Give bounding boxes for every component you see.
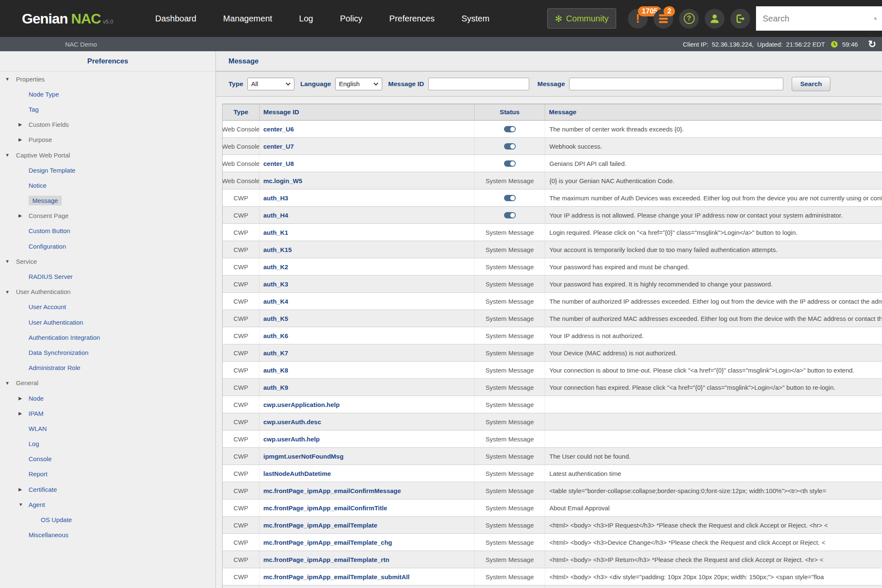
sidebar-item-miscellaneous[interactable]: Miscellaneous [29, 531, 68, 538]
expand-arrow-icon[interactable]: ▶ [18, 122, 22, 127]
expand-arrow-icon[interactable]: ▶ [18, 411, 22, 416]
message-id-link[interactable]: mc.frontPage_ipmApp_emailTemplate [260, 517, 475, 533]
sidebar-item-tag[interactable]: Tag [29, 106, 39, 113]
sidebar-item-configuration[interactable]: Configuration [29, 243, 66, 250]
sidebar-item-wlan[interactable]: WLAN [29, 425, 47, 432]
status-toggle-on[interactable] [504, 195, 516, 201]
expand-arrow-icon[interactable]: ▶ [18, 213, 22, 218]
message-id-link[interactable]: auth_K8 [260, 362, 475, 378]
sidebar-item-consent-page[interactable]: Consent Page [29, 212, 68, 219]
sidebar-item-console[interactable]: Console [29, 455, 52, 462]
status-toggle-on[interactable] [504, 126, 516, 132]
nav-item-preferences[interactable]: Preferences [389, 14, 435, 24]
logout-button[interactable] [730, 9, 750, 29]
expand-arrow-icon[interactable]: ▶ [18, 487, 22, 492]
search-icon[interactable] [874, 13, 877, 24]
message-id-link[interactable]: mc.login_W5 [260, 172, 475, 189]
sidebar-item-agent[interactable]: Agent [29, 501, 45, 508]
collapse-arrow-icon[interactable]: ▼ [5, 152, 10, 158]
message-id-link[interactable]: auth_K2 [260, 258, 475, 275]
status-toggle-on[interactable] [504, 212, 516, 218]
sidebar-item-service[interactable]: Service [16, 258, 37, 265]
collapse-arrow-icon[interactable]: ▼ [5, 289, 10, 294]
sidebar-item-report[interactable]: Report [29, 470, 47, 478]
message-id-link[interactable]: auth_K7 [260, 344, 475, 361]
message-id-link[interactable]: center_U8 [260, 155, 475, 172]
status-toggle-on[interactable] [504, 160, 516, 167]
message-input[interactable] [569, 78, 783, 90]
message-id-link[interactable]: auth_H3 [260, 189, 475, 206]
sidebar-item-node-type[interactable]: Node Type [29, 91, 59, 98]
sidebar-item-message[interactable]: Message [29, 196, 62, 205]
type-select[interactable]: All [247, 78, 294, 90]
nav-item-log[interactable]: Log [299, 14, 313, 24]
message-id-link[interactable]: mc.frontPage_ipmApp_emailTemplate_chg [260, 534, 475, 551]
alerts-button[interactable]: ! 1705 [628, 9, 648, 29]
collapse-arrow-icon[interactable]: ▼ [5, 381, 10, 386]
message-id-link[interactable]: ipmgmt.userNotFoundMsg [260, 448, 475, 465]
cell-type: CWP [223, 585, 260, 588]
community-button[interactable]: ✻ Community [547, 8, 616, 29]
nav-item-policy[interactable]: Policy [340, 14, 362, 24]
sidebar-item-purpose[interactable]: Purpose [29, 136, 52, 143]
sidebar-item-certificate[interactable]: Certificate [29, 486, 57, 493]
message-id-link[interactable]: mc.frontPage_ipmApp_emailConfirmTitle [260, 499, 475, 516]
account-button[interactable] [705, 9, 724, 29]
sidebar-item-general[interactable]: General [16, 379, 38, 386]
sidebar-item-data-synchronization[interactable]: Data Synchronization [29, 349, 89, 356]
message-id-link[interactable]: auth_K3 [260, 276, 475, 292]
message-id-link[interactable]: mc.frontPage_ipmApp_emailTemplate_rtn [260, 551, 475, 568]
message-id-link[interactable]: auth_K1 [260, 224, 475, 241]
message-id-link[interactable]: center_U7 [260, 138, 475, 155]
message-id-input[interactable] [428, 78, 529, 90]
message-id-link[interactable]: lastNodeAuthDatetime [260, 465, 475, 482]
sidebar-item-log[interactable]: Log [29, 440, 39, 447]
message-id-link[interactable]: auth_K9 [260, 379, 475, 396]
table-row: CWPauth_K8System MessageYour connection … [223, 362, 882, 379]
message-id-link[interactable]: cwp.userApplication.help [260, 396, 475, 413]
cell-status: System Message [475, 499, 545, 516]
global-search-input[interactable] [763, 14, 874, 24]
collapse-arrow-icon[interactable]: ▼ [5, 76, 10, 81]
sidebar-item-notice[interactable]: Notice [29, 182, 47, 189]
sidebar-item-custom-button[interactable]: Custom Button [29, 227, 70, 234]
nav-item-system[interactable]: System [462, 14, 490, 24]
sidebar-item-user-authentication[interactable]: User Authentication [16, 288, 71, 295]
message-id-link[interactable]: mc.frontPage_ipmApp_emailTemplate_submit… [260, 568, 475, 585]
collapse-arrow-icon[interactable]: ▼ [5, 259, 10, 264]
refresh-icon[interactable]: ↻ [868, 39, 876, 49]
sidebar-item-design-template[interactable]: Design Template [29, 167, 75, 174]
message-id-link[interactable]: auth_K6 [260, 327, 475, 344]
sidebar-item-authentication-integration[interactable]: Authentication Integration [29, 334, 100, 341]
tasks-button[interactable]: 2 [654, 9, 673, 29]
expand-arrow-icon[interactable]: ▶ [18, 137, 22, 142]
expand-arrow-icon[interactable]: ▶ [18, 396, 22, 401]
sidebar-item-user-account[interactable]: User Account [29, 303, 66, 310]
message-id-link[interactable]: mc.frontPage_ipmApp_emailConfirmMessage [260, 482, 475, 499]
sidebar-item-os-update[interactable]: OS Update [41, 516, 72, 523]
table-header-row: TypeMessage IDStatusMessage [223, 104, 882, 121]
message-id-link[interactable]: auth_K5 [260, 310, 475, 327]
help-button[interactable]: ? [679, 9, 699, 29]
message-id-link[interactable]: mc.frontPage_ipmApp_emailTemplate [260, 585, 475, 588]
sidebar-item-user-authentication[interactable]: User Authentication [29, 319, 83, 326]
message-id-link[interactable]: center_U6 [260, 121, 475, 137]
search-button[interactable]: Search [792, 77, 830, 91]
sidebar-item-ipam[interactable]: IPAM [29, 410, 44, 417]
sidebar-item-administrator-role[interactable]: Administrator Role [29, 364, 80, 371]
nav-item-management[interactable]: Management [223, 14, 272, 24]
status-toggle-on[interactable] [504, 143, 516, 150]
sidebar-item-custom-fields[interactable]: Custom Fields [29, 121, 69, 128]
language-select[interactable]: English [335, 78, 382, 90]
sidebar-item-properties[interactable]: Properties [16, 76, 45, 83]
message-id-link[interactable]: auth_K15 [260, 241, 475, 258]
message-id-link[interactable]: auth_H4 [260, 207, 475, 223]
message-id-link[interactable]: auth_K4 [260, 293, 475, 310]
sidebar-item-node[interactable]: Node [29, 395, 44, 402]
message-id-link[interactable]: cwp.userAuth.desc [260, 413, 475, 430]
message-id-link[interactable]: cwp.userAuth.help [260, 430, 475, 447]
collapse-arrow-icon[interactable]: ▼ [18, 502, 23, 507]
nav-item-dashboard[interactable]: Dashboard [155, 14, 197, 24]
sidebar-item-captive-web-portal[interactable]: Captive Web Portal [16, 152, 70, 159]
sidebar-item-radius-server[interactable]: RADIUS Server [29, 273, 73, 280]
